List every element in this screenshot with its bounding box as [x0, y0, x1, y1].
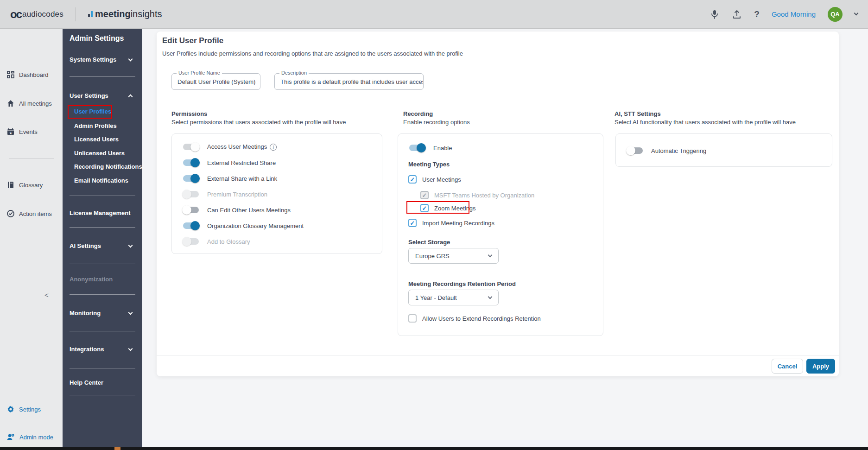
- avatar[interactable]: QA: [828, 7, 843, 22]
- permissions-title: Permissions: [171, 110, 207, 117]
- rail-item-admin-mode[interactable]: Admin mode: [6, 433, 53, 441]
- import-meeting-recordings-checkbox[interactable]: ✓: [408, 219, 417, 227]
- toggle-label: Access User Meetingsi: [207, 143, 277, 151]
- automatic-triggering-toggle[interactable]: [626, 146, 644, 155]
- external-restricted-share-toggle[interactable]: [182, 158, 200, 167]
- sidebar-divider: [70, 331, 135, 331]
- sidebar-divider: [70, 227, 135, 228]
- microphone-icon[interactable]: [710, 9, 720, 19]
- taskbar-edge: [0, 447, 868, 450]
- product-name-light: insights: [131, 9, 162, 19]
- permissions-panel: Access User Meetingsi External Restricte…: [171, 133, 382, 254]
- checkbox-label: Import Meeting Recordings: [422, 220, 494, 227]
- sidebar-item-unlicensed-users[interactable]: Unlicensed Users: [74, 150, 125, 157]
- permission-row: External Share with a Link: [182, 174, 372, 183]
- sidebar-item-admin-profiles[interactable]: Admin Profiles: [74, 122, 117, 129]
- rail-item-events[interactable]: ★ Events: [6, 127, 38, 136]
- sidebar-item-licensed-users[interactable]: Licensed Users: [74, 136, 119, 143]
- rail-item-action-items[interactable]: Action items: [6, 209, 52, 218]
- external-share-with-link-toggle[interactable]: [182, 174, 200, 183]
- rail-label: Dashboard: [19, 71, 49, 78]
- app-root: oc audiocodes meetinginsights ?: [0, 0, 868, 450]
- user-meetings-row: ✓ User Meetings: [408, 175, 461, 184]
- page-title: Edit User Profile: [162, 36, 223, 45]
- sidebar-item-monitoring[interactable]: Monitoring: [70, 310, 101, 317]
- toggle-label: Premium Transcription: [207, 191, 267, 198]
- zoom-meetings-row: ✓ Zoom Meetings: [420, 203, 476, 213]
- sidebar-item-help-center[interactable]: Help Center: [70, 379, 103, 386]
- footer-divider: [157, 355, 839, 355]
- access-user-meetings-toggle[interactable]: [182, 142, 200, 152]
- cancel-button[interactable]: Cancel: [772, 359, 803, 374]
- extend-retention-checkbox[interactable]: [408, 314, 417, 323]
- toggle-label: External Share with a Link: [207, 175, 277, 182]
- checkbox-label: MSFT Teams Hosted by Organization: [434, 192, 534, 199]
- permission-row: Can Edit Other Users Meetings: [182, 205, 372, 215]
- can-edit-other-users-meetings-toggle[interactable]: [182, 205, 200, 215]
- sidebar-divider: [70, 294, 135, 295]
- sidebar-item-recording-notifications[interactable]: Recording Notifications: [74, 163, 142, 170]
- user-profile-name-field[interactable]: User Profile Name Default User Profile (…: [171, 73, 260, 90]
- rail-item-settings[interactable]: Settings: [6, 405, 41, 413]
- rail-label: Events: [19, 128, 38, 135]
- msft-teams-checkbox: ✓: [420, 191, 429, 199]
- msft-teams-row: ✓ MSFT Teams Hosted by Organization: [420, 190, 534, 200]
- audiocodes-logo-text: audiocodes: [22, 10, 63, 19]
- zoom-meetings-checkbox[interactable]: ✓: [420, 204, 429, 212]
- chevron-down-icon: [488, 295, 493, 299]
- description-field[interactable]: Description This profile is a default pr…: [274, 73, 424, 90]
- topbar-actions: ? Good Morning QA: [710, 7, 858, 22]
- info-icon[interactable]: i: [270, 144, 277, 151]
- sidebar-item-license-management[interactable]: License Management: [70, 209, 131, 216]
- chevron-down-icon[interactable]: [128, 347, 133, 351]
- upload-icon[interactable]: [732, 9, 742, 19]
- ai-stt-subtitle: Select AI functionality that users assoc…: [615, 119, 796, 126]
- admin-sidebar: Admin Settings System Settings User Sett…: [63, 29, 142, 447]
- recording-enable-row: Enable: [408, 143, 452, 152]
- book-icon: [6, 181, 15, 189]
- sidebar-item-anonymization: Anonymization: [70, 276, 113, 283]
- sidebar-item-ai-settings[interactable]: AI Settings: [70, 242, 101, 249]
- rail-divider: [9, 158, 54, 159]
- sidebar-item-user-settings[interactable]: User Settings: [70, 92, 108, 99]
- storage-select-value: Europe GRS: [415, 253, 450, 260]
- chevron-down-icon[interactable]: [128, 311, 133, 315]
- toggle-label: External Restricted Share: [207, 159, 276, 166]
- permission-row: Access User Meetingsi: [182, 142, 372, 152]
- permission-row: Premium Transcription: [182, 190, 372, 199]
- chevron-down-icon[interactable]: [128, 243, 133, 248]
- svg-text:★: ★: [9, 131, 12, 135]
- toggle-label: Can Edit Other Users Meetings: [207, 207, 291, 214]
- recording-panel: Enable Meeting Types ✓ User Meetings ✓ M…: [398, 133, 603, 336]
- chevron-down-icon[interactable]: [128, 57, 133, 62]
- select-storage-label: Select Storage: [408, 239, 450, 246]
- retention-select[interactable]: 1 Year - Default: [408, 290, 499, 305]
- checkbox-label: Zoom Meetings: [434, 205, 476, 212]
- sidebar-item-integrations[interactable]: Integrations: [70, 346, 104, 353]
- apply-button[interactable]: Apply: [806, 359, 835, 374]
- rail-item-glossary[interactable]: Glossary: [6, 181, 43, 189]
- sidebar-item-user-profiles[interactable]: User Profiles: [74, 108, 111, 115]
- sidebar-collapse-icon[interactable]: <: [44, 291, 49, 299]
- brand-area: oc audiocodes meetinginsights: [10, 7, 162, 21]
- rail-item-all-meetings[interactable]: All meetings: [6, 99, 52, 108]
- toggle-label: Enable: [433, 145, 452, 152]
- sidebar-item-system-settings[interactable]: System Settings: [70, 56, 116, 63]
- sidebar-item-email-notifications[interactable]: Email Notifications: [74, 177, 128, 184]
- recording-enable-toggle[interactable]: [408, 143, 426, 152]
- user-meetings-checkbox[interactable]: ✓: [408, 175, 417, 184]
- sidebar-divider: [70, 395, 135, 395]
- toggle-label: Organization Glossary Management: [207, 222, 304, 229]
- greeting-text: Good Morning: [772, 10, 816, 18]
- sidebar-divider: [70, 196, 135, 196]
- storage-select[interactable]: Europe GRS: [408, 248, 499, 264]
- sidebar-divider: [70, 76, 135, 77]
- permissions-subtitle: Select permissions that users associated…: [171, 119, 346, 126]
- edit-user-profile-card: Edit User Profile User Profiles include …: [157, 32, 839, 376]
- chevron-up-icon[interactable]: [128, 95, 133, 99]
- chevron-down-icon[interactable]: [854, 11, 859, 16]
- rail-item-dashboard[interactable]: Dashboard: [6, 70, 49, 79]
- premium-transcription-toggle: [182, 190, 200, 199]
- organization-glossary-management-toggle[interactable]: [182, 221, 200, 230]
- help-icon[interactable]: ?: [754, 9, 760, 19]
